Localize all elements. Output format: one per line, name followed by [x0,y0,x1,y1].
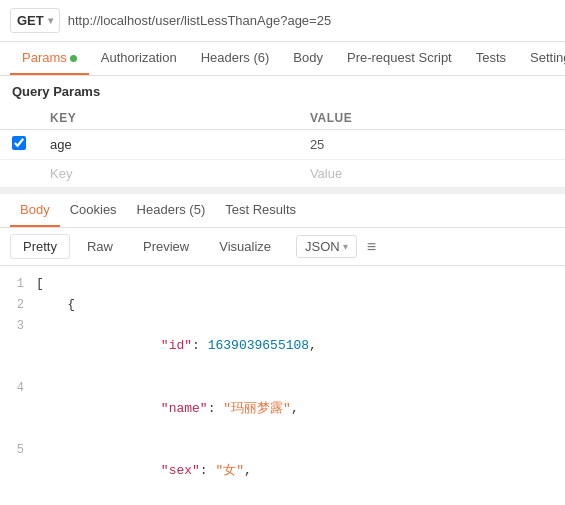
tab-settings-label: Setting [530,50,565,65]
params-table: KEY VALUE age 25 Key Value [0,107,565,188]
line-num-3: 3 [0,316,36,336]
body-tab-body[interactable]: Body [10,194,60,227]
placeholder-checkbox-cell [0,160,38,188]
body-tab-test-results-label: Test Results [225,202,296,217]
row-checkbox[interactable] [12,136,26,150]
row-key: age [50,137,72,152]
tab-pre-request-label: Pre-request Script [347,50,452,65]
method-label: GET [17,13,44,28]
tab-params[interactable]: Params [10,42,89,75]
line-content-1: [ [36,274,565,295]
line-content-3: "id": 1639039655108, [36,316,565,378]
tab-body-label: Body [293,50,323,65]
row-key-cell: age [38,130,298,160]
placeholder-value[interactable]: Value [298,160,565,188]
json-line-1: 1 [ [0,274,565,295]
line-content-2: { [36,295,565,316]
body-tab-headers5-label: Headers (5) [137,202,206,217]
body-tab-test-results[interactable]: Test Results [215,194,306,227]
body-section: Body Cookies Headers (5) Test Results Pr… [0,188,565,505]
body-tab-headers5[interactable]: Headers (5) [127,194,216,227]
method-select[interactable]: GET ▾ [10,8,60,33]
line-num-5: 5 [0,440,36,460]
line-num-1: 1 [0,274,36,294]
body-tabs-row: Body Cookies Headers (5) Test Results [0,194,565,228]
format-tab-visualize[interactable]: Visualize [206,234,284,259]
url-bar: GET ▾ [0,0,565,42]
params-table-header: KEY VALUE [0,107,565,130]
tab-authorization-label: Authorization [101,50,177,65]
col-value-header: VALUE [298,107,565,130]
json-line-5: 5 "sex": "女", [0,440,565,502]
line-content-4: "name": "玛丽梦露", [36,378,565,440]
params-dot [70,55,77,62]
body-tab-cookies-label: Cookies [70,202,117,217]
tab-tests[interactable]: Tests [464,42,518,75]
query-params-section-label: Query Params [0,76,565,107]
tab-body[interactable]: Body [281,42,335,75]
format-tab-pretty[interactable]: Pretty [10,234,70,259]
line-num-4: 4 [0,378,36,398]
tab-params-label: Params [22,50,67,65]
table-row: age 25 [0,130,565,160]
json-line-3: 3 "id": 1639039655108, [0,316,565,378]
tab-pre-request[interactable]: Pre-request Script [335,42,464,75]
body-tab-cookies[interactable]: Cookies [60,194,127,227]
body-tab-body-label: Body [20,202,50,217]
format-tab-visualize-label: Visualize [219,239,271,254]
table-placeholder-row: Key Value [0,160,565,188]
row-value-cell: 25 [298,130,565,160]
format-tab-preview-label: Preview [143,239,189,254]
format-tab-raw[interactable]: Raw [74,234,126,259]
json-format-select[interactable]: JSON ▾ [296,235,357,258]
tab-headers[interactable]: Headers (6) [189,42,282,75]
line-content-5: "sex": "女", [36,440,565,502]
row-checkbox-cell[interactable] [0,130,38,160]
format-tab-pretty-label: Pretty [23,239,57,254]
json-line-2: 2 { [0,295,565,316]
tab-headers-label: Headers (6) [201,50,270,65]
line-num-2: 2 [0,295,36,315]
tab-tests-label: Tests [476,50,506,65]
col-key-header: KEY [38,107,298,130]
format-tab-preview[interactable]: Preview [130,234,202,259]
tab-authorization[interactable]: Authorization [89,42,189,75]
placeholder-key[interactable]: Key [38,160,298,188]
json-label: JSON [305,239,340,254]
format-tabs-row: Pretty Raw Preview Visualize JSON ▾ ≡ [0,228,565,266]
wrap-icon[interactable]: ≡ [367,238,376,256]
url-input[interactable] [68,13,555,28]
method-chevron: ▾ [48,15,53,26]
col-checkbox [0,107,38,130]
json-chevron: ▾ [343,241,348,252]
tab-settings[interactable]: Setting [518,42,565,75]
wrap-symbol: ≡ [367,238,376,256]
format-tab-raw-label: Raw [87,239,113,254]
json-area: 1 [ 2 { 3 "id": 1639039655108, 4 "name":… [0,266,565,505]
json-line-4: 4 "name": "玛丽梦露", [0,378,565,440]
row-value: 25 [310,137,324,152]
top-tabs-row: Params Authorization Headers (6) Body Pr… [0,42,565,76]
